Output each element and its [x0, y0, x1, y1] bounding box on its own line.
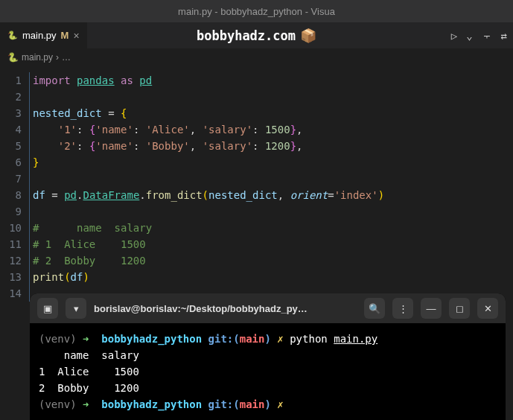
window-title: main.py - bobbyhadz_python - Visua [178, 6, 335, 17]
terminal-body[interactable]: (venv) ➜ bobbyhadz_python git:(main) ✗ p… [30, 323, 506, 420]
chevron-down-icon[interactable]: ⌄ [466, 30, 472, 42]
new-tab-button[interactable]: ▣ [37, 298, 58, 319]
line-number: 2 [0, 89, 22, 105]
line-number: 10 [0, 220, 22, 236]
split-icon[interactable]: ⫟ [482, 30, 492, 42]
close-icon[interactable]: × [73, 30, 79, 42]
window-title-bar: main.py - bobbyhadz_python - Visua [0, 0, 513, 22]
code-line: # name salary [29, 220, 513, 236]
python-file-icon: 🐍 [7, 52, 19, 63]
brand-overlay: bobbyhadz.com 📦 [197, 28, 316, 43]
line-number: 1 [0, 72, 22, 89]
code-line [29, 203, 513, 220]
close-icon[interactable]: ✕ [477, 298, 498, 319]
terminal-title: borislav@borislav:~/Desktop/bobbyhadz_py… [94, 303, 357, 314]
terminal-output: name salary [39, 347, 497, 363]
line-number: 3 [0, 105, 22, 121]
code-line: print(df) [29, 269, 513, 285]
code-line: '1': {'name': 'Alice', 'salary': 1500}, [29, 121, 513, 138]
code-line: } [29, 154, 513, 171]
code-line [29, 89, 513, 105]
line-number: 14 [0, 285, 22, 302]
code-line: # 1 Alice 1500 [29, 236, 513, 252]
line-gutter: 1 2 3 4 5 6 7 8 9 10 11 12 13 14 [0, 66, 26, 308]
brand-text: bobbyhadz.com [197, 28, 296, 43]
breadcrumb[interactable]: 🐍 main.py › … [0, 48, 513, 66]
code-line [29, 171, 513, 187]
line-number: 9 [0, 203, 22, 220]
minimize-icon[interactable]: — [421, 298, 442, 319]
line-number: 4 [0, 121, 22, 138]
terminal-line: (venv) ➜ bobbyhadz_python git:(main) ✗ [39, 396, 497, 413]
diff-icon[interactable]: ⇄ [501, 30, 507, 42]
line-number: 12 [0, 252, 22, 269]
editor-actions: ▷ ⌄ ⫟ ⇄ [451, 30, 507, 42]
maximize-icon[interactable]: ◻ [449, 298, 470, 319]
search-icon[interactable]: 🔍 [364, 298, 385, 319]
code-line: df = pd.DataFrame.from_dict(nested_dict,… [29, 187, 513, 203]
tab-main-py[interactable]: 🐍 main.py M × [0, 22, 87, 48]
cube-icon: 📦 [300, 28, 316, 43]
run-icon[interactable]: ▷ [451, 30, 457, 42]
modified-indicator: M [61, 30, 69, 41]
line-number: 6 [0, 154, 22, 171]
code-line: # 2 Bobby 1200 [29, 252, 513, 269]
line-number: 13 [0, 269, 22, 285]
terminal-output: 2 Bobby 1200 [39, 380, 497, 396]
code-line: '2': {'name': 'Bobby', 'salary': 1200}, [29, 138, 513, 154]
terminal-header: ▣ ▾ borislav@borislav:~/Desktop/bobbyhad… [30, 293, 506, 323]
terminal-output: 1 Alice 1500 [39, 363, 497, 380]
code-line: import pandas as pd [29, 72, 513, 89]
terminal-panel: ▣ ▾ borislav@borislav:~/Desktop/bobbyhad… [30, 293, 506, 420]
dropdown-button[interactable]: ▾ [66, 298, 86, 319]
menu-icon[interactable]: ⋮ [392, 298, 413, 319]
code-area[interactable]: import pandas as pd nested_dict = { '1':… [26, 66, 513, 308]
line-number: 5 [0, 138, 22, 154]
tab-filename: main.py [22, 30, 57, 41]
line-number: 7 [0, 171, 22, 187]
python-file-icon: 🐍 [7, 31, 18, 40]
breadcrumb-sep: › [56, 52, 59, 63]
line-number: 11 [0, 236, 22, 252]
tab-bar: 🐍 main.py M × bobbyhadz.com 📦 ▷ ⌄ ⫟ ⇄ [0, 22, 513, 48]
line-number: 8 [0, 187, 22, 203]
breadcrumb-more: … [62, 52, 71, 63]
terminal-line: (venv) ➜ bobbyhadz_python git:(main) ✗ p… [39, 331, 497, 347]
breadcrumb-file: main.py [22, 52, 53, 63]
code-line: nested_dict = { [29, 105, 513, 121]
code-editor[interactable]: 1 2 3 4 5 6 7 8 9 10 11 12 13 14 import … [0, 66, 513, 308]
